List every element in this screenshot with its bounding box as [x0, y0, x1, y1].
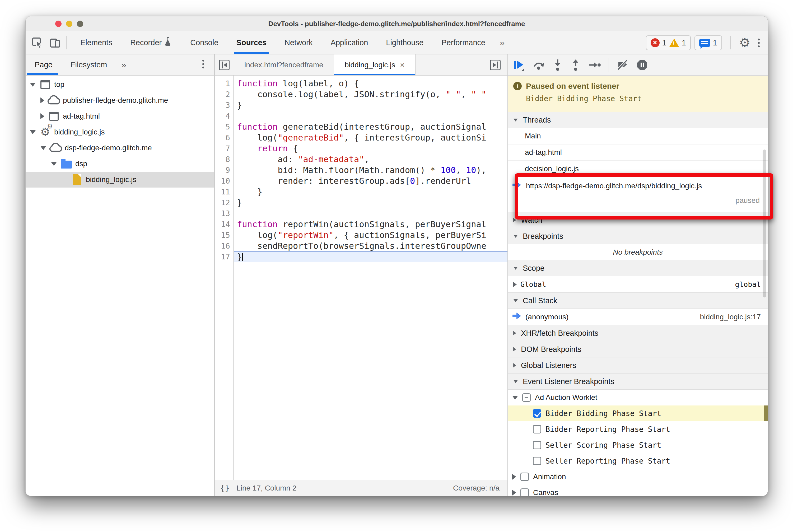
step-over-button[interactable]: [533, 59, 545, 71]
section-breakpoints[interactable]: Breakpoints: [508, 228, 768, 244]
checkbox-unchecked[interactable]: [521, 473, 529, 481]
section-xhr-fetch-breakpoints[interactable]: XHR/fetch Breakpoints: [508, 325, 768, 341]
resume-script-button[interactable]: [513, 59, 525, 71]
checkbox-unchecked[interactable]: [533, 441, 541, 449]
inspect-element-icon[interactable]: [32, 37, 43, 49]
more-panels-button[interactable]: »: [494, 38, 510, 48]
navigator-kebab-menu-icon[interactable]: [199, 60, 208, 69]
line-number[interactable]: 11: [215, 187, 233, 197]
line-number[interactable]: 12: [215, 197, 233, 208]
step-button[interactable]: [588, 60, 601, 70]
code-editor[interactable]: 1234567891011121314151617 function log(l…: [215, 76, 507, 480]
tab-filesystem[interactable]: Filesystem: [61, 54, 116, 75]
disclosure-down-icon[interactable]: [30, 83, 36, 87]
tab-page[interactable]: Page: [26, 54, 61, 75]
section-watch[interactable]: Watch: [508, 212, 768, 228]
line-number[interactable]: 13: [215, 208, 233, 219]
call-stack-frame[interactable]: (anonymous)bidding_logic.js:17: [508, 309, 768, 325]
tree-item-publisher-fledge-demo-glitch-me[interactable]: publisher-fledge-demo.glitch.me: [26, 92, 214, 108]
disclosure-right-icon[interactable]: [512, 490, 516, 496]
tab-sources[interactable]: Sources: [227, 31, 276, 54]
deactivate-breakpoints-button[interactable]: [617, 59, 629, 71]
event-breakpoint-seller-reporting-phase-start[interactable]: Seller Reporting Phase Start: [508, 453, 768, 469]
line-number[interactable]: 4: [215, 111, 233, 121]
event-breakpoint-bidder-reporting-phase-start[interactable]: Bidder Reporting Phase Start: [508, 421, 768, 437]
tab-lighthouse[interactable]: Lighthouse: [377, 31, 432, 54]
tree-item-dsp[interactable]: dsp: [26, 156, 214, 172]
tree-item-top[interactable]: top: [26, 77, 214, 92]
event-category-animation[interactable]: Animation: [508, 469, 768, 485]
thread-row-decision-logic-js[interactable]: decision_logic.js: [508, 161, 768, 177]
thread-row-main[interactable]: Main: [508, 128, 768, 145]
section-scope[interactable]: Scope: [508, 260, 768, 276]
disclosure-right-icon[interactable]: [40, 113, 44, 119]
line-number[interactable]: 9: [215, 165, 233, 176]
line-number[interactable]: 14: [215, 219, 233, 230]
editor-tab-index[interactable]: index.html?fencedframe: [234, 54, 334, 75]
disclosure-right-icon[interactable]: [513, 282, 517, 287]
pause-on-exceptions-button[interactable]: [636, 59, 648, 71]
checkbox-unchecked[interactable]: [533, 457, 541, 465]
disclosure-down-icon: [513, 299, 518, 302]
more-navigator-tabs-button[interactable]: »: [116, 60, 132, 70]
disclosure-down-icon[interactable]: [30, 130, 36, 134]
thread-row-ad-tag-html[interactable]: ad-tag.html: [508, 145, 768, 161]
device-toolbar-icon[interactable]: [50, 37, 61, 49]
section-event-listener-breakpoints[interactable]: Event Listener Breakpoints: [508, 373, 768, 390]
disclosure-down-icon: [513, 119, 518, 121]
disclosure-right-icon[interactable]: [40, 97, 44, 103]
disclosure-right-icon[interactable]: [512, 474, 516, 480]
issues-button[interactable]: 1: [695, 35, 722, 50]
show-debugger-icon[interactable]: [490, 60, 501, 70]
event-breakpoint-seller-scoring-phase-start[interactable]: Seller Scoring Phase Start: [508, 437, 768, 453]
line-number[interactable]: 16: [215, 241, 233, 251]
tab-application[interactable]: Application: [321, 31, 377, 54]
close-tab-icon[interactable]: ×: [400, 60, 405, 70]
scope-row-global[interactable]: Globalglobal: [508, 276, 768, 293]
tree-item-bidding-logic-js[interactable]: ⚙bidding_logic.js: [26, 124, 214, 140]
tab-recorder[interactable]: Recorder: [121, 31, 181, 54]
line-number[interactable]: 3: [215, 100, 233, 111]
event-category-ad-auction-worklet[interactable]: Ad Auction Worklet: [508, 390, 768, 405]
step-into-button[interactable]: [552, 59, 563, 71]
disclosure-down-icon[interactable]: [40, 146, 46, 150]
tree-item-ad-tag-html[interactable]: ad-tag.html: [26, 108, 214, 124]
tree-item-bidding-logic-js[interactable]: bidding_logic.js: [26, 172, 214, 188]
checkbox-unchecked[interactable]: [521, 489, 529, 496]
checkbox-unchecked[interactable]: [533, 425, 541, 434]
editor-tab-bidding-logic[interactable]: bidding_logic.js ×: [334, 54, 416, 75]
tab-console[interactable]: Console: [181, 31, 227, 54]
tree-item-dsp-fledge-demo-glitch-me[interactable]: dsp-fledge-demo.glitch.me: [26, 140, 214, 156]
checkbox-indeterminate[interactable]: [522, 393, 531, 402]
settings-gear-icon[interactable]: ⚙: [739, 36, 751, 49]
line-number[interactable]: 5: [215, 121, 233, 132]
section-dom-breakpoints[interactable]: DOM Breakpoints: [508, 341, 768, 357]
pretty-print-icon[interactable]: {}: [220, 483, 229, 493]
line-number[interactable]: 2: [215, 89, 233, 100]
disclosure-down-icon[interactable]: [51, 162, 57, 166]
line-number[interactable]: 6: [215, 132, 233, 143]
section-global-listeners[interactable]: Global Listeners: [508, 357, 768, 374]
hide-navigator-icon[interactable]: [219, 60, 229, 70]
tab-elements[interactable]: Elements: [71, 31, 121, 54]
tab-performance[interactable]: Performance: [432, 31, 494, 54]
event-breakpoint-bidder-bidding-phase-start[interactable]: Bidder Bidding Phase Start: [508, 405, 768, 421]
scrollbar-thumb[interactable]: [762, 150, 766, 298]
step-out-button[interactable]: [570, 59, 581, 71]
section-call-stack[interactable]: Call Stack: [508, 292, 768, 309]
title-bar[interactable]: DevTools - publisher-fledge-demo.glitch.…: [26, 16, 768, 31]
thread-row-current[interactable]: https://dsp-fledge-demo.glitch.me/dsp/bi…: [508, 177, 768, 212]
line-number[interactable]: 17: [215, 251, 233, 262]
line-number[interactable]: 1: [215, 78, 233, 89]
checkbox-checked[interactable]: [533, 409, 541, 418]
console-status-button[interactable]: ✕ 1 1: [646, 35, 691, 50]
section-threads[interactable]: Threads: [508, 112, 768, 128]
disclosure-down-icon[interactable]: [512, 396, 518, 400]
line-number[interactable]: 8: [215, 154, 233, 165]
tab-network[interactable]: Network: [276, 31, 321, 54]
event-category-canvas[interactable]: Canvas: [508, 485, 768, 496]
kebab-menu-icon[interactable]: [754, 39, 763, 47]
line-number[interactable]: 10: [215, 176, 233, 187]
line-number[interactable]: 7: [215, 143, 233, 154]
line-number[interactable]: 15: [215, 230, 233, 241]
